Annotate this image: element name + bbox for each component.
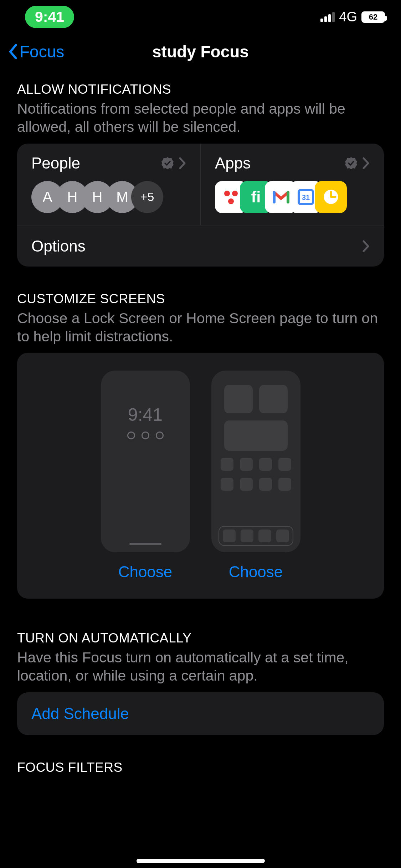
home-screen-column: Choose: [211, 371, 300, 581]
status-bar: 9:41 4G 62: [0, 0, 401, 34]
back-label: Focus: [20, 42, 64, 61]
checkmark-seal-icon: [345, 157, 358, 170]
home-indicator[interactable]: [137, 859, 265, 863]
back-button[interactable]: Focus: [9, 42, 64, 61]
people-cell[interactable]: People A H H M +5: [17, 144, 200, 226]
section-header-filters: FOCUS FILTERS: [0, 735, 401, 778]
home-indicator-icon: [129, 543, 161, 545]
section-header-auto: TURN ON AUTOMATICALLY: [0, 599, 401, 649]
status-right: 4G 62: [320, 9, 385, 25]
chevron-right-icon: [363, 157, 370, 169]
avatar-more: +5: [131, 181, 163, 213]
lock-screen-widgets-icon: [127, 432, 164, 439]
svg-text:31: 31: [302, 193, 310, 201]
options-row[interactable]: Options: [17, 226, 384, 267]
add-schedule-label: Add Schedule: [31, 705, 370, 723]
section-header-screens: CUSTOMIZE SCREENS: [0, 267, 401, 309]
svg-point-2: [228, 198, 234, 204]
apps-label: Apps: [215, 154, 251, 172]
network-label: 4G: [339, 9, 357, 25]
add-schedule-card[interactable]: Add Schedule: [17, 692, 384, 735]
choose-home-screen-button[interactable]: Choose: [229, 563, 283, 581]
app-icon: [315, 181, 347, 213]
section-sub-notifications: Notifications from selected people and a…: [0, 100, 401, 144]
section-sub-auto: Have this Focus turn on automatically at…: [0, 649, 401, 692]
lock-screen-preview[interactable]: 9:41: [101, 371, 190, 552]
choose-lock-screen-button[interactable]: Choose: [118, 563, 173, 581]
lock-screen-column: 9:41 Choose: [101, 371, 190, 581]
nav-bar: Focus study Focus: [0, 34, 401, 69]
svg-point-1: [232, 191, 238, 196]
apps-cell[interactable]: Apps fi: [200, 144, 384, 226]
checkmark-seal-icon: [161, 157, 174, 170]
status-time-pill[interactable]: 9:41: [25, 6, 74, 28]
dock-icon: [219, 526, 293, 546]
section-sub-screens: Choose a Lock Screen or Home Screen page…: [0, 309, 401, 353]
apps-icons: fi 31: [215, 181, 370, 213]
home-screen-preview[interactable]: [211, 371, 300, 552]
people-label: People: [31, 154, 80, 172]
notifications-card: People A H H M +5: [17, 144, 384, 267]
battery-icon: 62: [361, 11, 385, 23]
lock-screen-time: 9:41: [128, 404, 163, 425]
section-header-notifications: ALLOW NOTIFICATIONS: [0, 69, 401, 100]
svg-point-0: [224, 191, 230, 196]
screens-card: 9:41 Choose Choose: [17, 353, 384, 599]
people-avatars: A H H M +5: [31, 181, 186, 213]
cellular-signal-icon: [320, 12, 335, 22]
chevron-left-icon: [9, 44, 17, 59]
chevron-right-icon: [363, 240, 370, 252]
chevron-right-icon: [179, 157, 186, 169]
options-label: Options: [31, 237, 86, 255]
